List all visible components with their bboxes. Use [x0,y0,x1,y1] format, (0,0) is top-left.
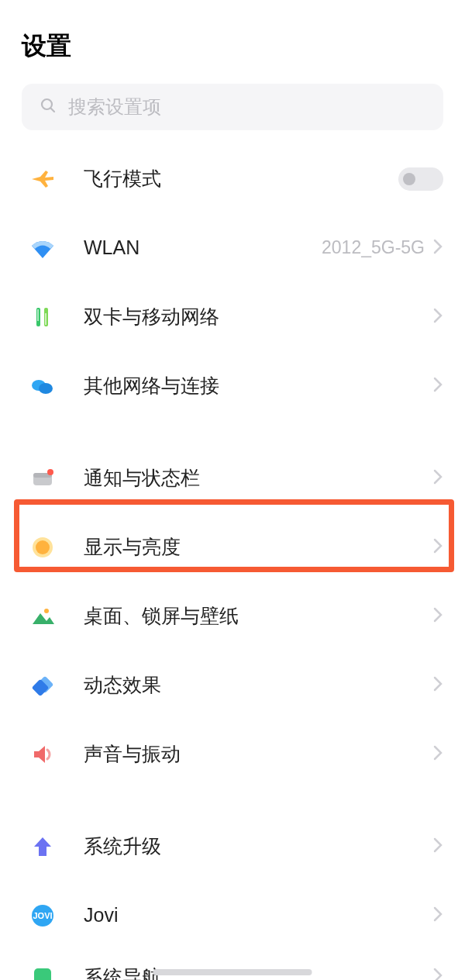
settings-item-label: Jovi [84,904,432,927]
home-indicator [153,969,312,975]
jovi-icon: JOVI [29,902,56,929]
wifi-icon [29,235,56,261]
settings-item-label: WLAN [84,236,322,259]
settings-item-label: 动态效果 [84,672,432,698]
navigation-icon [29,964,56,980]
settings-item-label: 通知与状态栏 [84,465,432,491]
settings-item-label: 声音与振动 [84,741,432,767]
settings-item-label: 桌面、锁屏与壁纸 [84,603,432,629]
brightness-icon [29,534,56,561]
svg-rect-16 [34,968,51,980]
chevron-right-icon [432,967,443,980]
svg-text:JOVI: JOVI [33,911,52,920]
svg-point-10 [36,540,50,554]
settings-item-label: 系统升级 [84,833,432,859]
chevron-right-icon [432,468,443,488]
settings-item-label: 飞行模式 [84,166,398,192]
settings-item-label: 显示与亮度 [84,534,432,560]
settings-item-display[interactable]: 显示与亮度 [0,512,465,581]
airplane-icon [29,166,56,192]
svg-line-1 [51,109,55,112]
sim-icon [29,304,56,330]
settings-item-label: 其他网络与连接 [84,373,432,399]
link-icon [29,373,56,399]
settings-item-dualsim[interactable]: 双卡与移动网络 [0,282,465,351]
chevron-right-icon [432,906,443,926]
chevron-right-icon [432,675,443,695]
search-icon [39,96,57,118]
chevron-right-icon [432,744,443,764]
chevron-right-icon [432,537,443,557]
settings-item-label: 双卡与移动网络 [84,304,432,330]
svg-point-8 [47,469,53,475]
settings-item-jovi[interactable]: JOVI Jovi [0,881,465,950]
settings-item-upgrade[interactable]: 系统升级 [0,812,465,881]
upgrade-icon [29,833,56,860]
settings-item-othernet[interactable]: 其他网络与连接 [0,351,465,420]
svg-point-11 [44,609,49,613]
chevron-right-icon [432,238,443,258]
settings-item-sound[interactable]: 声音与振动 [0,719,465,788]
settings-item-wlan[interactable]: WLAN 2012_5G-5G [0,213,465,282]
settings-list: 飞行模式 WLAN 2012_5G-5G 双卡与移动网络 [0,144,465,980]
page-title: 设置 [22,29,443,64]
airplane-toggle[interactable] [398,167,443,191]
sound-icon [29,741,56,768]
settings-item-dynamic[interactable]: 动态效果 [0,650,465,719]
chevron-right-icon [432,376,443,396]
image-icon [29,603,56,630]
notification-icon [29,465,56,492]
settings-item-wallpaper[interactable]: 桌面、锁屏与壁纸 [0,581,465,650]
search-input[interactable]: 搜索设置项 [22,84,443,130]
search-placeholder: 搜索设置项 [68,95,161,119]
chevron-right-icon [432,606,443,626]
chevron-right-icon [432,837,443,857]
svg-point-5 [39,383,53,394]
settings-item-value: 2012_5G-5G [322,237,425,258]
chevron-right-icon [432,307,443,327]
settings-item-navigation[interactable]: 系统导航 [0,950,465,980]
settings-item-notification[interactable]: 通知与状态栏 [0,443,465,512]
settings-item-airplane[interactable]: 飞行模式 [0,144,465,213]
dynamic-icon [29,672,56,699]
